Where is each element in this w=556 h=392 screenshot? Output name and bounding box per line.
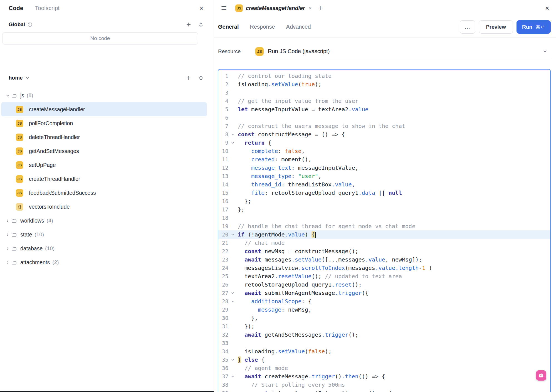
line-number: 30 <box>218 314 228 322</box>
code-line-21[interactable]: 21 // chat mode <box>218 239 550 247</box>
chevron-right-icon[interactable] <box>4 233 11 237</box>
fold-icon[interactable] <box>228 356 237 364</box>
code-line-37[interactable]: 37 await createMessage.trigger().then(()… <box>218 372 550 381</box>
code-line-35[interactable]: 35} else { <box>218 356 550 364</box>
code-line-4[interactable]: 4// get the input value from the user <box>218 97 550 105</box>
code-line-17[interactable]: 17}; <box>218 205 550 214</box>
editor-tab-createMessageHandler[interactable]: JS createMessageHandler × <box>235 4 312 12</box>
ai-assistant-button[interactable] <box>536 370 546 381</box>
tab-general[interactable]: General <box>218 24 239 30</box>
fold-icon[interactable] <box>228 389 237 392</box>
gutter-spacer <box>228 305 237 314</box>
fold-icon[interactable] <box>228 139 237 147</box>
code-line-25[interactable]: 25 textArea2.resetValue(); // updated to… <box>218 272 550 280</box>
code-line-26[interactable]: 26 retoolStorageUpload_query1.reset(); <box>218 280 550 289</box>
code-line-18[interactable]: 18 <box>218 214 550 222</box>
code-line-33[interactable]: 33 <box>218 339 550 347</box>
folder-attachments[interactable]: attachments(2) <box>1 255 207 269</box>
code-line-29[interactable]: 29 message: newMsg, <box>218 305 550 314</box>
chevron-right-icon[interactable] <box>4 219 11 223</box>
line-number: 3 <box>218 88 228 97</box>
code-line-32[interactable]: 32 await getAndSetMessages.trigger(); <box>218 331 550 339</box>
code-line-5[interactable]: 5let messageInputValue = textArea2.value <box>218 105 550 114</box>
scope-selector[interactable]: home <box>9 75 29 81</box>
code-line-20[interactable]: 20if (!agentMode.value) { <box>218 230 550 239</box>
fold-icon[interactable] <box>228 297 237 305</box>
add-global-code-button[interactable]: + <box>186 21 191 28</box>
new-tab-button[interactable]: + <box>318 4 322 12</box>
line-number: 10 <box>218 147 228 155</box>
code-text: // get the input value from the user <box>237 97 358 105</box>
code-line-31[interactable]: 31 }); <box>218 322 550 331</box>
folder-js[interactable]: js(8) <box>1 88 207 102</box>
code-line-24[interactable]: 24 messagesListview.scrollToIndex(messag… <box>218 264 550 272</box>
tab-toolscript[interactable]: Toolscript <box>35 5 60 11</box>
code-line-8[interactable]: 8const constructMessage = () => { <box>218 130 550 139</box>
folder-database[interactable]: database(10) <box>1 241 207 255</box>
code-line-6[interactable]: 6 <box>218 114 550 122</box>
file-createThreadHandler[interactable]: JScreateThreadHandler <box>1 172 207 186</box>
code-editor[interactable]: 1// control our loading state2isLoading.… <box>218 69 551 392</box>
chevron-right-icon[interactable] <box>4 260 11 265</box>
code-line-10[interactable]: 10 complete: false, <box>218 147 550 155</box>
fold-icon[interactable] <box>228 289 237 297</box>
code-line-12[interactable]: 12 message_text: messageInputValue, <box>218 164 550 172</box>
gutter-spacer <box>228 88 237 97</box>
file-feedbackSubmittedSuccess[interactable]: JSfeedbackSubmittedSuccess <box>1 186 207 200</box>
tab-response[interactable]: Response <box>250 24 275 30</box>
code-line-36[interactable]: 36 // agent mode <box>218 364 550 372</box>
code-line-2[interactable]: 2isLoading.setValue(true); <box>218 80 550 88</box>
fold-icon[interactable] <box>228 130 237 139</box>
fold-icon[interactable] <box>228 372 237 381</box>
fold-icon[interactable] <box>228 230 237 239</box>
file-pollForCompletion[interactable]: JSpollForCompletion <box>1 116 207 130</box>
code-line-39[interactable]: 39 const interval = setInterval(async ()… <box>218 389 550 392</box>
code-line-38[interactable]: 38 // Start polling every 500ms <box>218 381 550 389</box>
file-vectorsToInclude[interactable]: {}vectorsToInclude <box>1 200 207 214</box>
info-icon[interactable] <box>28 22 32 27</box>
preview-button[interactable]: Preview <box>479 20 513 34</box>
code-text: }; <box>237 205 244 214</box>
gutter-spacer <box>228 180 237 189</box>
code-line-7[interactable]: 7// construct the users message to show … <box>218 122 550 130</box>
close-editor-icon[interactable]: × <box>545 4 549 12</box>
code-line-19[interactable]: 19// handle the chat thread for agent mo… <box>218 222 550 230</box>
code-line-14[interactable]: 14 thread_id: threadListBox.value, <box>218 180 550 189</box>
file-setUpPage[interactable]: JSsetUpPage <box>1 158 207 172</box>
code-line-3[interactable]: 3 <box>218 88 550 97</box>
gutter-spacer <box>228 280 237 289</box>
gutter-spacer <box>228 172 237 180</box>
folder-workflows[interactable]: workflows(4) <box>1 214 207 228</box>
code-text: }, <box>237 314 258 322</box>
close-sidebar-icon[interactable]: × <box>199 4 204 12</box>
resource-select[interactable]: JS Run JS Code (javascript) <box>253 43 550 60</box>
unfold-icon[interactable] <box>198 75 204 81</box>
code-line-34[interactable]: 34 isLoading.setValue(false); <box>218 347 550 356</box>
run-button[interactable]: Run ⌘↵ <box>517 20 551 34</box>
code-line-22[interactable]: 22 const newMsg = constructMessage(); <box>218 247 550 255</box>
code-line-28[interactable]: 28 additionalScope: { <box>218 297 550 305</box>
code-line-23[interactable]: 23 await messages.setValue([...messages.… <box>218 255 550 264</box>
unfold-icon[interactable] <box>198 22 204 27</box>
code-line-15[interactable]: 15 file: retoolStorageUpload_query1.data… <box>218 189 550 197</box>
close-tab-icon[interactable]: × <box>308 5 312 11</box>
code-line-1[interactable]: 1// control our loading state <box>218 72 550 80</box>
code-line-16[interactable]: 16 }; <box>218 197 550 205</box>
file-getAndSetMessages[interactable]: JSgetAndSetMessages <box>1 144 207 158</box>
file-createMessageHandler[interactable]: JScreateMessageHandler <box>1 102 207 116</box>
tab-code[interactable]: Code <box>9 5 23 11</box>
menu-icon[interactable] <box>221 5 227 11</box>
chevron-down-icon[interactable] <box>4 93 11 98</box>
code-line-30[interactable]: 30 }, <box>218 314 550 322</box>
add-query-button[interactable]: + <box>186 74 191 82</box>
code-line-13[interactable]: 13 message_type: "user", <box>218 172 550 180</box>
chevron-right-icon[interactable] <box>4 246 11 251</box>
file-deleteThreadHandler[interactable]: JSdeleteThreadHandler <box>1 130 207 144</box>
code-line-11[interactable]: 11 created: moment(), <box>218 155 550 164</box>
tab-advanced[interactable]: Advanced <box>286 24 311 30</box>
code-line-9[interactable]: 9 return { <box>218 139 550 147</box>
folder-state[interactable]: state(10) <box>1 228 207 241</box>
code-text: additionalScope: { <box>237 297 312 305</box>
code-line-27[interactable]: 27 await submitNonAgentMessage.trigger({ <box>218 289 550 297</box>
more-options-button[interactable]: … <box>460 20 475 34</box>
